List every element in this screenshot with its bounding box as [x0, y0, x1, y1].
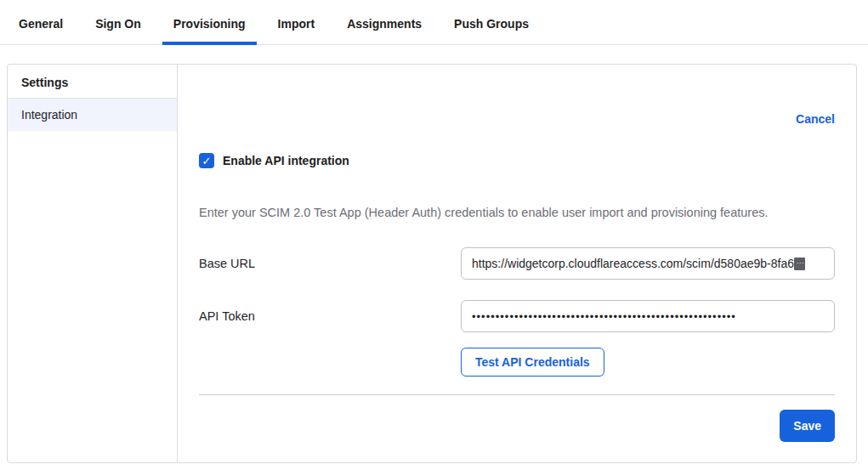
- tab-import[interactable]: Import: [267, 3, 326, 44]
- test-credentials-row: Test API Credentials: [199, 348, 835, 377]
- form-divider: [199, 394, 835, 395]
- enable-api-integration-checkbox[interactable]: ✓: [199, 153, 214, 168]
- provisioning-panel: Settings Integration Cancel ✓ Enable API…: [7, 64, 857, 463]
- credentials-description: Enter your SCIM 2.0 Test App (Header Aut…: [199, 206, 835, 219]
- base-url-label: Base URL: [199, 257, 461, 270]
- tab-general[interactable]: General: [8, 3, 74, 44]
- settings-sidebar: Settings Integration: [8, 65, 178, 462]
- base-url-value: https://widgetcorp.cloudflareaccess.com/…: [472, 257, 794, 270]
- base-url-input[interactable]: https://widgetcorp.cloudflareaccess.com/…: [461, 247, 835, 280]
- api-token-input[interactable]: ••••••••••••••••••••••••••••••••••••••••…: [461, 300, 835, 332]
- cancel-row: Cancel: [199, 112, 835, 126]
- api-token-row: API Token ••••••••••••••••••••••••••••••…: [199, 300, 835, 332]
- base-url-row: Base URL https://widgetcorp.cloudflareac…: [199, 247, 835, 280]
- enable-api-integration-label: Enable API integration: [223, 154, 349, 167]
- checkmark-icon: ✓: [202, 155, 212, 166]
- enable-api-integration-row: ✓ Enable API integration: [199, 153, 835, 168]
- cancel-button[interactable]: Cancel: [796, 112, 835, 126]
- save-button[interactable]: Save: [780, 410, 835, 442]
- api-token-label: API Token: [199, 309, 461, 323]
- save-row: Save: [199, 410, 835, 442]
- api-token-masked-value: ••••••••••••••••••••••••••••••••••••••••…: [472, 310, 736, 323]
- tab-sign-on[interactable]: Sign On: [84, 3, 152, 44]
- tab-provisioning[interactable]: Provisioning: [162, 3, 257, 44]
- text-overflow-cursor-icon: ⋯: [794, 258, 805, 270]
- tab-push-groups[interactable]: Push Groups: [443, 3, 540, 44]
- tab-assignments[interactable]: Assignments: [336, 3, 433, 44]
- test-api-credentials-button[interactable]: Test API Credentials: [461, 348, 604, 377]
- integration-settings-form: Cancel ✓ Enable API integration Enter yo…: [178, 65, 856, 462]
- app-tab-bar: General Sign On Provisioning Import Assi…: [0, 0, 868, 45]
- sidebar-item-integration[interactable]: Integration: [8, 99, 177, 131]
- sidebar-header: Settings: [8, 65, 177, 99]
